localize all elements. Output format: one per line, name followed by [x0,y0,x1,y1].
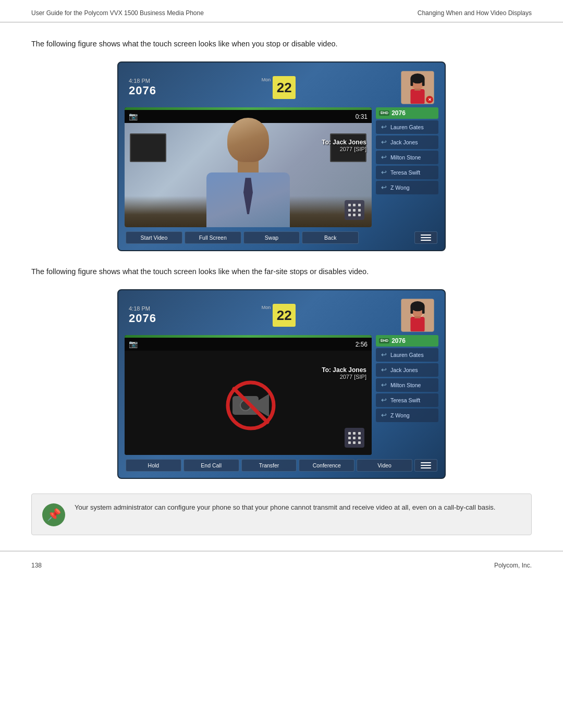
video-call-num-1: 2077 [SIP] [322,146,366,152]
conference-btn[interactable]: Conference [299,459,354,472]
contact-name-milton-2: Milton Stone [390,382,421,389]
phone-date-1: 22 [273,76,296,99]
contact-icon-2: ↩ [379,138,388,147]
contact-name-zwong-2: Z Wong [390,412,410,419]
svg-rect-3 [410,89,424,104]
contact-jack-1[interactable]: ↩ Jack Jones [376,135,438,149]
contact-jack-2[interactable]: ↩ Jack Jones [376,363,438,377]
contact-lauren-1[interactable]: ↩ Lauren Gates [376,120,438,134]
footer-company: Polycom, Inc. [494,562,532,569]
svg-rect-7 [410,79,413,87]
contact-icon-5: ↩ [379,183,388,192]
video-timer-2: 2:56 [356,341,368,348]
phone-screen-1: 4:18 PM 2076 Mon 22 [117,61,446,251]
contact-icon-1: ↩ [379,122,388,132]
back-btn[interactable]: Back [302,231,359,244]
phone-avatar-top-1: ✕ [401,71,434,104]
contact-zwong-2[interactable]: ↩ Z Wong [376,409,438,422]
contact-name-jack-2: Jack Jones [390,367,418,374]
contact-milton-2[interactable]: ↩ Milton Stone [376,378,438,392]
contact-zwong-1[interactable]: ↩ Z Wong [376,181,438,194]
contact-teresa-1[interactable]: ↩ Teresa Swift [376,166,438,179]
phone-video-area-1: 📷 0:31 [125,107,372,227]
hd-badge-2: ①HD [379,338,389,343]
contact-name-teresa-2: Teresa Swift [390,397,420,404]
active-line-label-2: 2076 [391,337,406,344]
svg-rect-5 [414,89,421,91]
phone-topbar-1: 4:18 PM 2076 Mon 22 [125,69,438,107]
contact-milton-1[interactable]: ↩ Milton Stone [376,151,438,164]
phone-actions-2: Hold End Call Transfer Conference Video [125,459,438,472]
phone-sidebar-2: ①HD 2076 ↩ Lauren Gates ↩ Jack Jones ↩ M… [376,335,438,455]
contact-icon-6: ↩ [379,350,388,360]
video-call-info-2: To: Jack Jones 2077 [SIP] [322,366,366,380]
page-content: The following figure shows what the touc… [0,38,563,535]
contact-icon-8: ↩ [379,380,388,390]
keypad-button-1[interactable] [345,200,364,220]
contact-icon-9: ↩ [379,396,388,405]
phone-ext-2: 2076 [129,312,156,325]
active-line-btn-1[interactable]: ①HD 2076 [376,107,438,119]
svg-rect-13 [414,316,421,318]
no-video-icon [225,379,272,426]
note-box: 📌 Your system administrator can configur… [31,493,532,535]
phone-video-area-2: 📷 2:56 [125,335,372,455]
phone-date-badge-2: Mon 22 [262,304,296,327]
phone-actions-1: Start Video Full Screen Swap Back [125,231,438,244]
header-right: Changing When and How Video Displays [418,9,532,17]
contact-teresa-2[interactable]: ↩ Teresa Swift [376,393,438,407]
active-line-label-1: 2076 [391,109,406,117]
video-topbar-2: 📷 2:56 [125,338,372,351]
swap-btn[interactable]: Swap [243,231,300,244]
svg-rect-8 [422,79,425,87]
transfer-btn[interactable]: Transfer [241,459,297,472]
video-content-1: To: Jack Jones 2077 [SIP] [125,123,372,227]
phone-ext-1: 2076 [129,84,156,97]
phone-time-2: 4:18 PM [129,305,150,312]
avatar-svg-2 [401,299,434,332]
svg-rect-15 [410,306,413,314]
vp-shirt-1 [206,172,290,227]
contact-icon-3: ↩ [379,153,388,162]
contact-icon-4: ↩ [379,168,388,177]
full-screen-btn[interactable]: Full Screen [185,231,241,244]
start-video-btn[interactable]: Start Video [126,231,182,244]
no-video-svg [225,379,277,431]
contact-name-lauren-2: Lauren Gates [390,352,424,359]
contact-name-milton-1: Milton Stone [390,154,421,161]
menu-lines-1 [421,235,431,241]
phone-main-1: 📷 0:31 [125,107,438,227]
note-pin-icon: 📌 [42,503,65,526]
phone-date-badge-1: Mon 22 [262,76,296,99]
contact-name-lauren-1: Lauren Gates [390,124,424,131]
video-content-2: To: Jack Jones 2077 [SIP] [125,351,372,455]
video-call-num-2: 2077 [SIP] [322,374,366,380]
phone-topbar-left-2: 4:18 PM 2076 [129,305,156,325]
active-line-btn-2[interactable]: ①HD 2076 [376,335,438,347]
contact-icon-7: ↩ [379,365,388,375]
video-call-to-1: To: Jack Jones [322,139,366,146]
phone-day-1: Mon [262,77,271,82]
phone-topbar-2: 4:18 PM 2076 Mon 22 [125,297,438,335]
page-footer: 138 Polycom, Inc. [0,551,563,577]
hd-badge-1: ①HD [379,110,389,116]
contact-name-teresa-1: Teresa Swift [390,169,420,176]
phone-time-1: 4:18 PM [129,78,150,84]
contact-lauren-2[interactable]: ↩ Lauren Gates [376,348,438,362]
video-call-to-2: To: Jack Jones [322,366,366,374]
hold-btn[interactable]: Hold [126,459,181,472]
svg-rect-16 [422,306,425,314]
keypad-button-2[interactable] [345,428,364,448]
phone-main-2: 📷 2:56 [125,335,438,455]
figure2-intro: The following figure shows what the touc… [31,266,532,278]
end-call-btn[interactable]: End Call [183,459,239,472]
menu-btn-1[interactable] [414,231,437,244]
vp-tie-1 [243,178,253,214]
video-btn[interactable]: Video [357,459,412,472]
monitor-bg-left [130,133,166,162]
phone-day-2: Mon [262,305,271,310]
phone-topbar-left-1: 4:18 PM 2076 [129,78,156,97]
page-header: User Guide for the Polycom VVX 1500 Busi… [0,0,563,22]
menu-btn-2[interactable] [414,459,437,472]
phone-sidebar-1: ①HD 2076 ↩ Lauren Gates ↩ Jack Jones ↩ M… [376,107,438,227]
